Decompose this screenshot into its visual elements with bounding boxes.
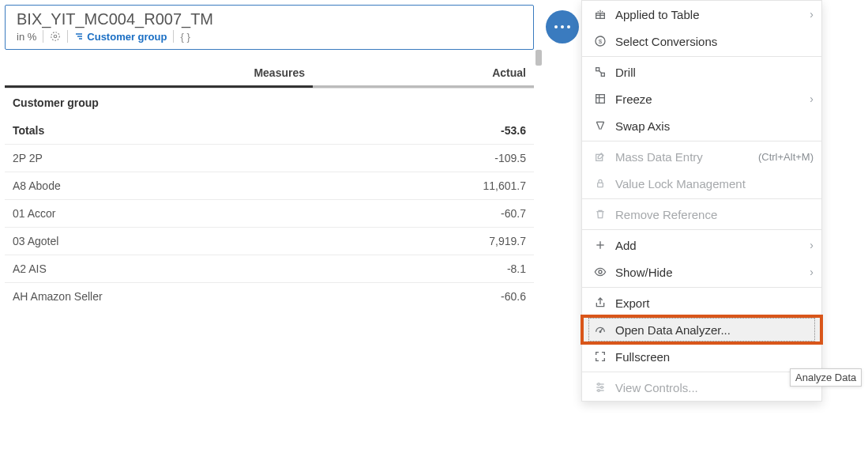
drill-icon (593, 65, 607, 79)
menu-item-label: Add (615, 239, 637, 252)
sliders-icon (593, 380, 607, 394)
menu-item-open-data-analyzer[interactable]: Open Data Analyzer... (582, 316, 821, 343)
menu-item-label: Mass Data Entry (615, 150, 703, 164)
table-row[interactable]: 01 Accor -60.7 (5, 200, 534, 228)
currency-icon: $ (593, 34, 607, 48)
menu-item-mass-data-entry: Mass Data Entry (Ctrl+Alt+M) (582, 143, 821, 170)
row-value: 7,919.7 (305, 235, 526, 247)
table-row[interactable]: AH Amazon Seller -60.6 (5, 283, 534, 310)
table-header-row: Measures Actual (5, 60, 534, 89)
menu-separator (582, 56, 821, 57)
totals-row[interactable]: Totals -53.6 (5, 117, 534, 145)
table-row[interactable]: A2 AIS -8.1 (5, 255, 534, 283)
dimension-name: Customer group (87, 31, 167, 43)
svg-point-0 (54, 35, 58, 38)
table-row[interactable]: A8 Abode 11,601.7 (5, 172, 534, 200)
shortcut-hint: (Ctrl+Alt+M) (758, 151, 814, 163)
data-table: Measures Actual Customer group Totals -5… (5, 60, 534, 310)
menu-item-export[interactable]: Export (582, 289, 821, 316)
fullscreen-icon (593, 349, 607, 364)
dimension-link[interactable]: Customer group (74, 31, 167, 43)
menu-item-value-lock: Value Lock Management (582, 170, 821, 197)
table-row[interactable]: 03 Agotel 7,919.7 (5, 228, 534, 255)
lock-icon (593, 176, 607, 191)
menu-item-label: Applied to Table (615, 8, 699, 21)
menu-item-label: Remove Reference (615, 208, 717, 221)
hierarchy-icon (74, 32, 84, 41)
chevron-right-icon: › (810, 8, 814, 21)
svg-point-28 (598, 390, 600, 392)
menu-separator (582, 198, 821, 199)
unit-label: in % (17, 31, 36, 43)
widget-title: BIX_YIT_MC004_R007_TM (17, 10, 522, 28)
separator (43, 30, 43, 43)
separator (67, 30, 68, 43)
row-value: -8.1 (305, 262, 526, 275)
menu-item-remove-reference: Remove Reference (582, 201, 821, 228)
row-label: 01 Accor (13, 207, 305, 220)
braces-icon[interactable]: { } (180, 31, 190, 43)
svg-rect-11 (601, 73, 604, 76)
row-value: -60.6 (305, 290, 526, 303)
svg-point-22 (599, 331, 601, 333)
menu-item-fullscreen[interactable]: Fullscreen (582, 343, 821, 370)
menu-item-label: Value Lock Management (615, 177, 746, 191)
menu-separator (582, 372, 821, 372)
menu-item-label: Fullscreen (615, 350, 670, 364)
svg-text:$: $ (599, 38, 603, 45)
svg-point-27 (601, 387, 603, 389)
chevron-right-icon: › (810, 92, 814, 105)
menu-item-freeze[interactable]: Freeze › (582, 85, 821, 112)
menu-item-show-hide[interactable]: Show/Hide › (582, 258, 821, 285)
svg-rect-10 (596, 68, 599, 71)
svg-point-20 (599, 270, 602, 274)
svg-rect-17 (598, 183, 603, 187)
menu-separator (582, 287, 821, 288)
menu-item-select-conversions[interactable]: $ Select Conversions (582, 28, 821, 55)
context-menu: Applied to Table › $ Select Conversions … (581, 0, 822, 402)
row-label: Totals (13, 124, 305, 137)
row-value: -53.6 (305, 124, 526, 137)
trash-icon (593, 207, 607, 221)
row-label: AH Amazon Seller (13, 290, 305, 303)
menu-item-drill[interactable]: Drill (582, 58, 821, 85)
more-actions-button[interactable] (547, 11, 578, 43)
menu-item-label: Drill (615, 66, 636, 79)
menu-item-label: Select Conversions (615, 35, 717, 48)
menu-item-label: Export (615, 296, 649, 310)
menu-item-label: Swap Axis (615, 119, 670, 133)
menu-item-label: Show/Hide (615, 266, 673, 279)
chevron-right-icon: › (810, 266, 814, 278)
svg-point-1 (51, 32, 60, 41)
menu-item-swap-axis[interactable]: Swap Axis (582, 112, 821, 139)
swap-axis-icon (593, 119, 607, 133)
row-label: 03 Agotel (13, 235, 305, 247)
plus-icon (593, 238, 607, 252)
section-header: Customer group (5, 89, 534, 117)
menu-item-label: Freeze (615, 92, 652, 106)
scrollbar-thumb[interactable] (535, 50, 542, 66)
separator (173, 30, 174, 43)
row-label: 2P 2P (13, 152, 305, 164)
table-row[interactable]: 2P 2P -109.5 (5, 145, 534, 172)
row-value: 11,601.7 (305, 179, 526, 192)
model-icon (50, 31, 61, 42)
widget-token-row: in % Customer group { } (17, 30, 522, 43)
edit-table-icon (593, 149, 607, 164)
column-header-actual[interactable]: Actual (313, 60, 534, 88)
eye-icon (593, 265, 607, 279)
export-icon (593, 296, 607, 310)
svg-point-26 (598, 383, 600, 386)
widget-card: BIX_YIT_MC004_R007_TM in % Customer grou… (5, 5, 534, 50)
menu-item-applied-to-table[interactable]: Applied to Table › (582, 1, 821, 28)
gauge-icon (593, 323, 607, 337)
svg-rect-12 (596, 95, 605, 104)
menu-item-label: View Controls... (615, 381, 698, 394)
row-label: A8 Abode (13, 179, 305, 192)
menu-separator (582, 141, 821, 141)
menu-item-add[interactable]: Add › (582, 232, 821, 258)
column-header-measures[interactable]: Measures (5, 60, 313, 88)
row-value: -109.5 (305, 152, 526, 164)
chevron-right-icon: › (810, 239, 814, 251)
row-label: A2 AIS (13, 262, 305, 275)
